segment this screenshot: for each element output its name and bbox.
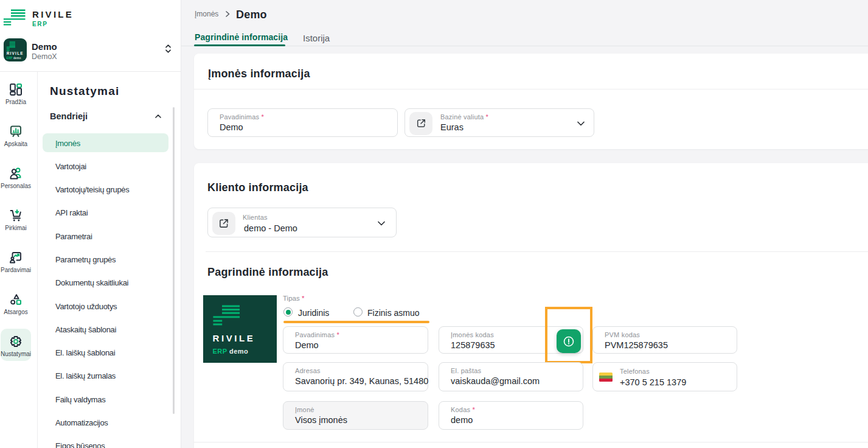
svg-text:ERP demo: ERP demo xyxy=(7,57,21,60)
svg-text:ERP demo: ERP demo xyxy=(213,348,249,355)
svg-text:RIVILE: RIVILE xyxy=(7,51,24,55)
svg-text:RIVILE: RIVILE xyxy=(213,333,255,343)
